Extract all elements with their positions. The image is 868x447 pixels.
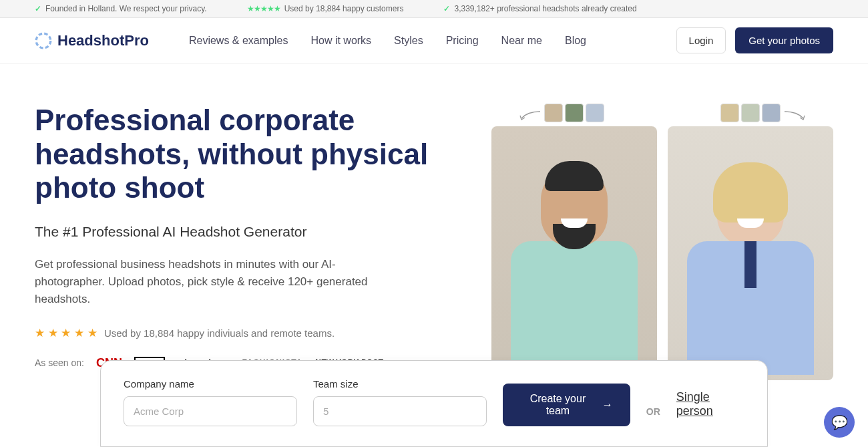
nav-how-it-works[interactable]: How it works	[310, 35, 371, 47]
nav-pricing[interactable]: Pricing	[446, 35, 479, 47]
nav-near-me[interactable]: Near me	[501, 35, 542, 47]
hero-subtitle: The #1 Professional AI Headshot Generato…	[35, 224, 435, 240]
topbar-headshots: ✓ 3,339,182+ professional headshots alre…	[443, 4, 636, 13]
stars-icon: ★ ★ ★ ★ ★	[35, 326, 97, 340]
or-divider: OR	[646, 406, 660, 426]
thumbnail-image	[586, 104, 604, 122]
nav-styles[interactable]: Styles	[394, 35, 423, 47]
single-person-link[interactable]: Single person	[676, 390, 744, 426]
hero-right	[455, 104, 833, 380]
arrow-right-icon: →	[602, 399, 613, 411]
topbar-customers-text: Used by 18,884 happy customers	[284, 4, 404, 13]
check-icon: ✓	[443, 4, 450, 13]
thumbnail-image	[544, 104, 563, 122]
thumbnails-row	[544, 104, 604, 122]
company-label: Company name	[124, 378, 297, 390]
hero-section: Professional corporate headshots, withou…	[0, 63, 868, 380]
headshot-image-male	[491, 126, 657, 380]
team-size-input[interactable]	[313, 396, 487, 426]
company-field-group: Company name	[124, 378, 297, 426]
team-size-field-group: Team size	[313, 378, 487, 426]
team-form-card: Company name Team size Create your team …	[100, 360, 768, 447]
hero-description: Get professional business headshots in m…	[35, 256, 395, 309]
rating-text: Used by 18,884 happy indiviuals and remo…	[104, 327, 335, 339]
create-team-button[interactable]: Create your team →	[503, 384, 630, 426]
brand-text: HeadshotPro	[57, 32, 149, 49]
topbar-headshots-text: 3,339,182+ professional headshots alread…	[454, 4, 636, 13]
nav-blog[interactable]: Blog	[565, 35, 586, 47]
thumbnails-row	[720, 104, 781, 122]
chat-widget-button[interactable]: 💬	[824, 407, 855, 438]
stars-icon: ★★★★★	[247, 4, 280, 13]
topbar-privacy-text: Founded in Holland. We respect your priv…	[45, 4, 207, 13]
check-icon: ✓	[35, 4, 41, 13]
as-seen-label: As seen on:	[35, 357, 84, 368]
team-size-label: Team size	[313, 378, 487, 390]
aperture-icon	[35, 32, 52, 49]
arrow-right-icon	[783, 109, 807, 122]
nav-reviews[interactable]: Reviews & examples	[189, 35, 288, 47]
arrow-left-icon	[517, 109, 541, 122]
nav-actions: Login Get your photos	[676, 27, 833, 53]
photo-column-2	[668, 104, 833, 380]
thumbnail-image	[565, 104, 584, 122]
hero-title: Professional corporate headshots, withou…	[35, 104, 435, 205]
thumbnail-image	[762, 104, 781, 122]
headshot-image-female	[668, 126, 833, 380]
get-photos-button[interactable]: Get your photos	[735, 27, 833, 53]
thumbnail-image	[741, 104, 760, 122]
company-input[interactable]	[124, 396, 297, 426]
rating-row: ★ ★ ★ ★ ★ Used by 18,884 happy indiviual…	[35, 326, 435, 340]
topbar-customers: ★★★★★ Used by 18,884 happy customers	[247, 4, 404, 13]
brand-logo[interactable]: HeadshotPro	[35, 32, 149, 49]
thumbnail-image	[720, 104, 739, 122]
nav-links: Reviews & examples How it works Styles P…	[189, 35, 676, 47]
svg-point-0	[36, 33, 51, 48]
photo-column-1	[491, 104, 657, 380]
hero-left: Professional corporate headshots, withou…	[35, 104, 435, 380]
chat-icon: 💬	[831, 414, 848, 430]
login-button[interactable]: Login	[676, 27, 726, 53]
navbar: HeadshotPro Reviews & examples How it wo…	[0, 18, 868, 63]
top-status-bar: ✓ Founded in Holland. We respect your pr…	[0, 0, 868, 18]
topbar-privacy: ✓ Founded in Holland. We respect your pr…	[35, 4, 207, 13]
create-team-label: Create your team	[520, 393, 596, 417]
